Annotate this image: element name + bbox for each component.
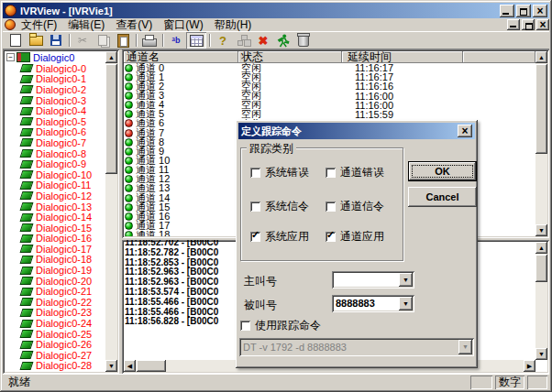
network-button[interactable]	[233, 32, 253, 49]
trace-checkbox-2[interactable]: 通道错误	[326, 165, 384, 180]
tree-item[interactable]: Dialogic0-3	[5, 95, 105, 106]
trace-checkbox-6[interactable]: ✓通道应用	[326, 229, 384, 245]
trace-checkbox-4[interactable]: 通道信令	[326, 199, 384, 214]
tree-item[interactable]: Dialogic0-22	[5, 297, 105, 308]
scrollbar-thumb[interactable]	[137, 360, 166, 372]
print-button[interactable]	[139, 32, 160, 49]
tree-item[interactable]: Dialogic0-1	[5, 74, 105, 85]
tree-item[interactable]: Dialogic0-5	[5, 116, 105, 127]
tree-item[interactable]: Dialogic0-20	[5, 276, 105, 287]
tree-item[interactable]: Dialogic0-21	[5, 286, 105, 297]
paste-button[interactable]	[113, 32, 133, 49]
menu-item-3[interactable]: 查看(V)	[110, 17, 158, 33]
grid-view-button[interactable]	[186, 32, 206, 49]
tree-item[interactable]: Dialogic0-2	[5, 84, 105, 95]
scrollbar-thumb[interactable]	[535, 64, 547, 154]
tree-item[interactable]: Dialogic0-4	[5, 105, 105, 116]
scroll-down-icon[interactable]: ▼	[535, 348, 547, 360]
tree-item[interactable]: Dialogic0-27	[5, 350, 105, 361]
card-icon	[20, 245, 34, 253]
restore-button[interactable]	[516, 5, 531, 17]
delete-button[interactable]: ✖	[253, 32, 273, 49]
open-button[interactable]	[26, 32, 46, 49]
caller-number-combo[interactable]: ▼	[332, 271, 414, 289]
tree-item[interactable]: Dialogic0-25	[5, 329, 105, 340]
mdi-restore-button[interactable]	[522, 19, 535, 30]
save-button[interactable]	[46, 32, 66, 49]
tree-item[interactable]: Dialogic0-8	[5, 148, 105, 159]
channel-row[interactable]: 通道 3空闲11:16:00	[124, 91, 535, 100]
tree-item[interactable]: Dialogic0-12	[5, 191, 105, 201]
tree-item[interactable]: Dialogic0-13	[5, 201, 105, 212]
scrollbar-thumb[interactable]	[535, 255, 547, 282]
tree-item[interactable]: Dialogic0-15	[5, 223, 105, 234]
caller-number-label: 主叫号	[244, 274, 277, 289]
menu-item-1[interactable]: 文件(F)	[16, 17, 62, 33]
tree-scrollbar[interactable]: ▲ ▼	[105, 51, 117, 372]
close-button[interactable]	[533, 5, 547, 17]
scroll-left-icon[interactable]: ◀	[124, 360, 136, 372]
run-button[interactable]	[273, 32, 293, 49]
tree-item[interactable]: Dialogic0-26	[5, 339, 105, 350]
log-vscrollbar[interactable]: ▲ ▼	[535, 242, 547, 360]
tree-item[interactable]: Dialogic0-14	[5, 212, 105, 223]
trace-checkbox-label: 系统应用	[265, 229, 309, 245]
scroll-down-icon[interactable]: ▼	[105, 360, 117, 372]
menu-item-2[interactable]: 编辑(E)	[62, 17, 110, 33]
dialog-close-button[interactable]	[458, 125, 472, 137]
tree-item[interactable]: Dialogic0-29	[5, 371, 105, 372]
callee-number-combo[interactable]: 8888883 ▼	[332, 295, 414, 312]
trace-checkbox-3[interactable]: 系统信令	[250, 199, 309, 214]
use-trace-command-checkbox[interactable]: 使用跟踪命令	[240, 318, 321, 333]
tree-item[interactable]: Dialogic0-19	[5, 265, 105, 276]
help-button[interactable]: ?	[213, 32, 233, 49]
channel-row[interactable]: 通道 1空闲11:16:17	[124, 72, 535, 82]
chevron-down-icon[interactable]: ▼	[399, 273, 413, 287]
channel-row[interactable]: 通道 4空闲11:16:00	[124, 101, 535, 110]
column-header-status[interactable]: 状态	[238, 51, 342, 63]
column-header-duration[interactable]: 延续时间	[342, 51, 463, 63]
tree-item[interactable]: Dialogic0-6	[5, 127, 105, 138]
list-scrollbar[interactable]: ▲ ▼	[535, 51, 547, 236]
tree-item[interactable]: Dialogic0-28	[5, 361, 105, 372]
card-icon	[20, 117, 34, 125]
copy-button[interactable]	[93, 32, 113, 49]
minimize-button[interactable]	[500, 5, 514, 17]
scroll-down-icon[interactable]: ▼	[535, 224, 547, 236]
collapse-icon[interactable]: −	[6, 53, 15, 61]
tree-item[interactable]: Dialogic0-24	[5, 318, 105, 329]
tree-root-dialogic0[interactable]: − Dialogic0	[5, 51, 105, 63]
checkbox-icon	[240, 321, 250, 331]
trash-button[interactable]	[293, 32, 314, 49]
tree-item[interactable]: Dialogic0-16	[5, 234, 105, 245]
tree-item[interactable]: Dialogic0-23	[5, 308, 105, 319]
scroll-right-icon[interactable]: ▶	[524, 360, 535, 372]
tree-item[interactable]: Dialogic0-7	[5, 137, 105, 148]
trace-checkbox-1[interactable]: 系统错误	[250, 165, 309, 180]
channel-row[interactable]: 通道 0空闲11:16:17	[124, 63, 535, 72]
mdi-close-button[interactable]	[536, 19, 549, 30]
ok-button[interactable]: OK	[408, 161, 477, 181]
tree-item[interactable]: Dialogic0-0	[5, 63, 105, 74]
tree-item[interactable]: Dialogic0-17	[5, 244, 105, 255]
new-button[interactable]	[6, 32, 26, 49]
tree-item[interactable]: Dialogic0-10	[5, 169, 105, 180]
channel-row[interactable]: 通道 2空闲11:16:16	[124, 82, 535, 91]
scroll-up-icon[interactable]: ▲	[105, 51, 117, 63]
scroll-up-icon[interactable]: ▲	[535, 242, 547, 254]
column-header-name[interactable]: 通道名	[124, 51, 238, 63]
menu-item-4[interactable]: 窗口(W)	[158, 17, 208, 33]
cut-button[interactable]: ✂	[72, 32, 93, 49]
font-button[interactable]: ᵃb	[166, 32, 186, 49]
scroll-up-icon[interactable]: ▲	[535, 51, 547, 63]
channel-row[interactable]: 通道 5空闲11:15:59	[124, 110, 535, 119]
tree-item[interactable]: Dialogic0-18	[5, 255, 105, 266]
chevron-down-icon[interactable]: ▼	[399, 297, 413, 310]
menu-item-5[interactable]: 帮助(H)	[209, 17, 258, 33]
mdi-minimize-button[interactable]	[507, 19, 520, 30]
trace-checkbox-5[interactable]: ✓系统应用	[250, 229, 309, 245]
cancel-button[interactable]: Cancel	[408, 187, 477, 207]
scrollbar-thumb[interactable]	[105, 64, 117, 174]
tree-item[interactable]: Dialogic0-9	[5, 158, 105, 169]
tree-item[interactable]: Dialogic0-11	[5, 180, 105, 191]
